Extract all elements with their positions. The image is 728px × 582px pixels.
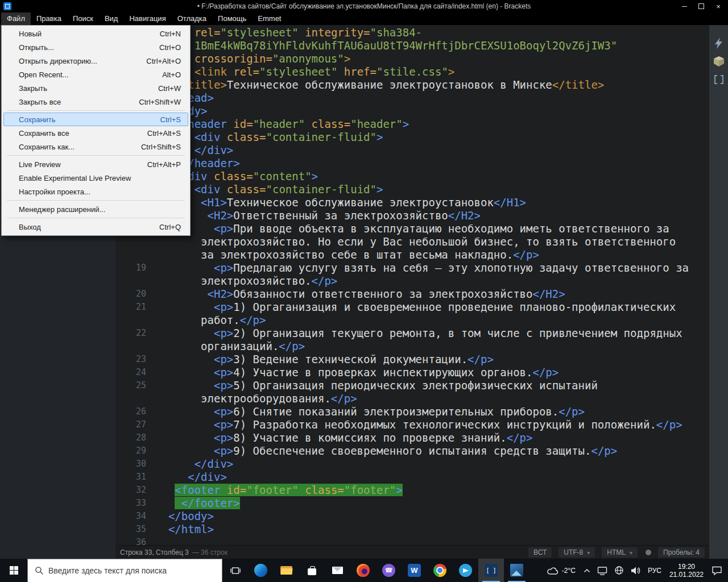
menu-item-live-preview[interactable]: Live PreviewCtrl+Alt+P [3, 157, 188, 171]
code-line[interactable] [152, 536, 155, 545]
extract-icon[interactable] [713, 74, 725, 85]
code-line[interactable]: <title>Техническое обслуживание электроу… [152, 78, 604, 92]
menu-item-save-all[interactable]: Сохранить всеCtrl+Alt+S [3, 126, 188, 140]
code-line[interactable]: работ.</p> [152, 314, 266, 327]
code-row[interactable]: 18 <p>При вводе объекта в эксплуатацию н… [115, 222, 709, 235]
code-line[interactable]: электрохозяйство. Но если у Вас небольшо… [152, 235, 676, 248]
menu-item-new[interactable]: НовыйCtrl+N [3, 27, 188, 40]
menu-item-save-as[interactable]: Сохранить как...Ctrl+Shift+S [3, 140, 188, 153]
menubar-item-file[interactable]: Файл [1, 13, 31, 25]
network-tray-button[interactable] [611, 559, 627, 582]
code-row[interactable]: 36 [115, 536, 709, 545]
menubar-item-emmet[interactable]: Emmet [252, 13, 287, 25]
code-row[interactable]: 7 <title>Техническое обслуживание электр… [115, 78, 709, 92]
code-row[interactable]: 34 </body> [115, 510, 709, 523]
code-row[interactable]: 17 <H2>Ответственный за электрохозяйство… [115, 209, 709, 222]
close-button[interactable]: × [710, 0, 727, 13]
code-row[interactable]: 13 </header> [115, 157, 709, 170]
menubar-item-help[interactable]: Помощь [212, 13, 252, 25]
taskbar-app-photos[interactable] [504, 559, 530, 582]
hidden-icons-button[interactable] [580, 559, 594, 582]
code-row[interactable]: 8 </head> [115, 92, 709, 105]
code-row[interactable]: за электрохозяйство себе в штат весьма н… [115, 248, 709, 261]
code-row[interactable]: организаций.</p> [115, 340, 709, 353]
language-indicator[interactable]: РУС [644, 559, 665, 582]
code-row[interactable]: 25 <p>5) Организация периодических элект… [115, 379, 709, 392]
code-row[interactable]: 31 </div> [115, 471, 709, 484]
lint-status-icon[interactable] [646, 550, 651, 555]
encoding-select[interactable]: UTF-8 [559, 547, 595, 558]
taskbar-app-mail[interactable] [325, 559, 350, 582]
code-line[interactable]: <p>Предлагаю услугу взять на себя — эту … [152, 261, 689, 275]
menubar-item-view[interactable]: Вид [99, 13, 124, 25]
code-row[interactable]: rel="stylesheet" integrity="sha384- [115, 26, 709, 39]
code-row[interactable]: 32 <footer id="footer" class="footer"> [115, 484, 709, 497]
code-row[interactable]: 9 <body> [115, 105, 709, 118]
taskbar-app-chrome[interactable] [427, 559, 453, 582]
code-line[interactable]: <H1>Техническое обслуживание электроуста… [152, 196, 526, 209]
taskbar-app-viber[interactable]: ☎ [376, 559, 402, 582]
start-button[interactable] [0, 559, 27, 582]
code-row[interactable]: 16 <H1>Техническое обслуживание электроу… [115, 196, 709, 209]
menu-item-project-settings[interactable]: Настройки проекта... [3, 185, 188, 198]
code-line[interactable]: <footer id="footer" class="footer"> [152, 484, 403, 497]
code-line[interactable]: <p>6) Снятие показаний электроизмеритель… [152, 405, 585, 418]
menu-item-extension-manager[interactable]: Менеджер расширений... [3, 202, 188, 216]
menu-item-close[interactable]: ЗакрытьCtrl+W [3, 81, 188, 95]
code-line[interactable]: <p>8) Участие в комиссиях по проверке зн… [152, 431, 532, 444]
code-line[interactable]: </div> [152, 458, 233, 471]
minimize-button[interactable] [676, 0, 693, 13]
code-row[interactable]: электрохозяйство.</p> [115, 275, 709, 288]
menubar-item-debug[interactable]: Отладка [172, 13, 212, 25]
code-line[interactable]: </body> [152, 510, 214, 523]
menu-item-save[interactable]: СохранитьCtrl+S [3, 113, 188, 126]
code-line[interactable]: организаций.</p> [152, 340, 305, 353]
code-row[interactable]: 27 <p>7) Разработка необходимых технолог… [115, 418, 709, 431]
code-line[interactable]: за электрохозяйство себе в штат весьма н… [152, 248, 539, 261]
menu-item-open-recent[interactable]: Open Recent...Alt+O [3, 68, 188, 81]
code-line[interactable]: 1BmE4kWBq78iYhFldvKuhfTAU6auU8tT94WrHftj… [152, 39, 617, 52]
code-row[interactable]: электрооборудования.</p> [115, 392, 709, 405]
code-row[interactable]: 21 <p>1) Оргаганизация и своевременное п… [115, 301, 709, 314]
code-row[interactable]: 30 </div> [115, 458, 709, 471]
code-line[interactable]: <p>При вводе объекта в эксплуатацию необ… [152, 222, 669, 235]
menubar-item-edit[interactable]: Правка [31, 13, 67, 25]
code-line[interactable]: <link rel="stylesheet" href="stile.css"> [152, 65, 454, 78]
code-row[interactable]: 1BmE4kWBq78iYhFldvKuhfTAU6auU8tT94WrHftj… [115, 39, 709, 52]
taskbar-app-telegram[interactable] [453, 559, 478, 582]
taskbar-clock[interactable]: 19:20 21.01.2022 [665, 563, 708, 579]
code-line[interactable]: </footer> [152, 497, 240, 510]
taskbar-app-firefox[interactable] [350, 559, 376, 582]
code-row[interactable]: 22 <p>2) Организация текущего ремонта, в… [115, 327, 709, 340]
code-row[interactable]: 28 <p>8) Участие в комиссиях по проверке… [115, 431, 709, 444]
display-tray-button[interactable] [594, 559, 611, 582]
code-line[interactable]: </html> [152, 523, 214, 536]
code-row[interactable]: 6 <link rel="stylesheet" href="stile.css… [115, 65, 709, 78]
language-select[interactable]: HTML [602, 547, 638, 558]
maximize-button[interactable] [693, 0, 710, 13]
insert-mode-indicator[interactable]: ВСТ [528, 547, 552, 558]
code-line[interactable]: электрооборудования.</p> [152, 392, 357, 405]
taskbar-app-brackets[interactable]: [ ] [478, 559, 504, 582]
indent-setting[interactable]: Пробелы: 4 [658, 547, 705, 558]
weather-widget[interactable]: -2°C [542, 559, 580, 582]
search-input[interactable] [48, 566, 222, 575]
code-line[interactable]: <p>5) Организация периодических электроф… [152, 379, 598, 392]
code-row[interactable]: 33 </footer> [115, 497, 709, 510]
code-line[interactable]: <p>7) Разработка необходимых технологиче… [152, 418, 682, 431]
code-row[interactable]: 23 <p>3) Ведение технической документаци… [115, 353, 709, 366]
code-line[interactable]: <p>2) Организация текущего ремонта, в то… [152, 327, 682, 340]
code-line[interactable]: <p>3) Ведение технической документации.<… [152, 353, 494, 366]
code-line[interactable]: <p>9) Обеспечение своевременного испытан… [152, 444, 617, 458]
menu-item-open[interactable]: Открыть...Ctrl+O [3, 40, 188, 54]
code-line[interactable]: <p>1) Оргаганизация и своевременное пров… [152, 301, 676, 314]
code-row[interactable]: работ.</p> [115, 314, 709, 327]
code-area[interactable]: rel="stylesheet" integrity="sha384- 1BmE… [115, 26, 709, 545]
code-line[interactable]: <H2>Ответственный за электрохозяйство</H… [152, 209, 481, 222]
code-row[interactable]: 12 </div> [115, 144, 709, 157]
menu-item-quit[interactable]: ВыходCtrl+Q [3, 220, 188, 234]
taskbar-app-word[interactable]: W [402, 559, 427, 582]
action-center-button[interactable] [708, 559, 726, 582]
code-line[interactable]: </div> [152, 471, 227, 484]
live-preview-icon[interactable] [713, 38, 725, 49]
